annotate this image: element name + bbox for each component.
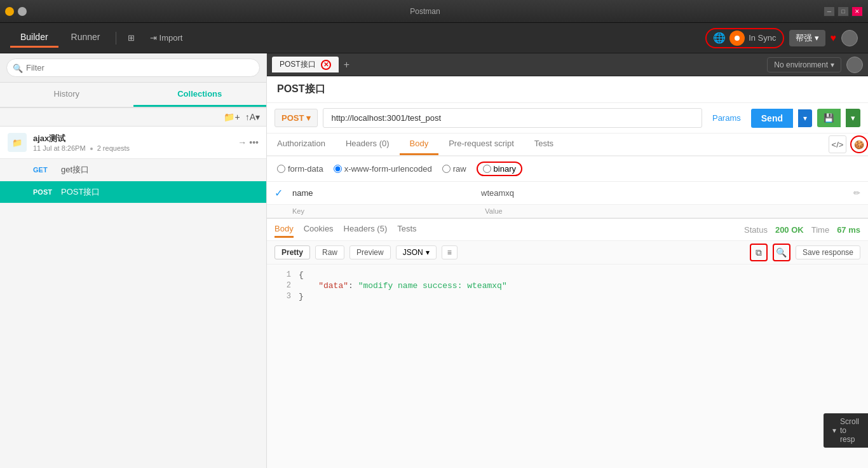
body-options: form-data x-www-form-urlencoded raw bina…	[267, 156, 868, 182]
request-tab-post[interactable]: POST接口 ✕	[272, 57, 339, 72]
new-window-icon: ⊞	[128, 33, 135, 43]
new-tab-plus-btn[interactable]: +	[344, 59, 349, 71]
tab-close-btn[interactable]: ✕	[321, 60, 331, 70]
params-btn[interactable]: Params	[707, 113, 746, 123]
win-maximize[interactable]: □	[837, 6, 849, 17]
env-area: No environment ▾	[767, 57, 863, 73]
no-environment-select[interactable]: No environment ▾	[767, 57, 841, 72]
sort-btn[interactable]: ↑A▾	[245, 112, 260, 122]
code-line-2: 2 "data": "modify name success: wteamxq"	[267, 280, 868, 291]
window-title: Postman	[410, 7, 440, 16]
tab-collections[interactable]: Collections	[133, 83, 267, 107]
tab-headers[interactable]: Headers (0)	[336, 134, 400, 155]
right-panel: POST接口 ✕ + No environment ▾ POST接口	[267, 53, 868, 468]
tab-prerequest[interactable]: Pre-request script	[438, 134, 524, 155]
raw-btn[interactable]: Raw	[315, 245, 344, 259]
row-value: wteamxq	[481, 188, 848, 198]
table-row: ✓ name wteamxq ✏	[267, 182, 868, 205]
method-badge-post: POST	[33, 188, 56, 196]
chevron-down-icon: ▾	[426, 248, 430, 257]
response-status: Status 200 OK Time 67 ms	[744, 225, 860, 235]
chevron-down-icon: ▾	[306, 113, 311, 123]
preview-btn[interactable]: Preview	[349, 245, 391, 259]
request-item-post[interactable]: POST POST接口	[0, 181, 266, 203]
nav-divider	[116, 32, 116, 45]
method-badge-get: GET	[33, 166, 56, 174]
new-collection-btn[interactable]: 📁+	[224, 112, 240, 122]
sidebar-search-area: 🔍	[0, 53, 266, 83]
resp-tab-cookies[interactable]: Cookies	[304, 221, 334, 238]
tab-body[interactable]: Body	[400, 134, 439, 155]
request-name-get: get接口	[61, 164, 89, 176]
window-dot-orange	[5, 7, 14, 16]
meta-separator	[90, 148, 93, 150]
code-viewer: 1 { 2 "data": "modify name success: wtea…	[267, 265, 868, 468]
import-btn[interactable]: ⇥ Import	[144, 31, 189, 45]
response-area: Body Cookies Headers (5) Tests Status 20…	[267, 218, 868, 468]
url-input[interactable]	[323, 108, 702, 128]
send-dropdown-btn[interactable]: ▾	[798, 109, 812, 127]
expand-btn[interactable]: →	[238, 137, 247, 148]
radio-raw[interactable]: raw	[442, 164, 466, 174]
user-avatar-small	[846, 57, 863, 73]
new-tab-btn[interactable]: ⊞	[121, 31, 141, 45]
save-response-btn[interactable]: Save response	[796, 245, 860, 259]
response-tabs-bar: Body Cookies Headers (5) Tests Status 20…	[267, 219, 868, 241]
window-dot-gray	[18, 7, 27, 16]
resp-tab-tests[interactable]: Tests	[397, 221, 416, 238]
more-btn[interactable]: •••	[249, 137, 259, 148]
sync-status-dot	[729, 31, 745, 46]
user-badge[interactable]: 帮强 ▾	[789, 30, 825, 46]
main-layout: 🔍 History Collections 📁+ ↑A▾ 📁 ajax测试 11…	[0, 53, 868, 468]
kv-header: Key Value	[267, 205, 868, 218]
request-item-get[interactable]: GET get接口	[0, 159, 266, 181]
resp-tab-body[interactable]: Body	[275, 221, 294, 238]
avatar[interactable]	[841, 30, 858, 46]
cookie-btn[interactable]: 🍪	[850, 135, 868, 153]
line-content-2: "data": "modify name success: wteamxq"	[299, 281, 507, 291]
tab-runner[interactable]: Runner	[61, 28, 111, 48]
radio-formdata[interactable]: form-data	[277, 164, 323, 174]
sub-tab-bar-right: </> 🍪	[829, 134, 868, 155]
search-input[interactable]	[6, 59, 260, 77]
row-check[interactable]: ✓	[275, 187, 287, 199]
col-header-value: Value	[485, 207, 860, 215]
format-select[interactable]: JSON ▾	[396, 245, 437, 259]
save-btn[interactable]: 💾	[817, 109, 841, 127]
collection-meta: 11 Jul at 8:26PM 2 requests	[33, 144, 238, 152]
pretty-btn[interactable]: Pretty	[275, 245, 310, 259]
col-header-key: Key	[292, 207, 480, 215]
code-view-btn[interactable]: </>	[829, 135, 846, 153]
radio-urlencoded[interactable]: x-www-form-urlencoded	[334, 164, 432, 174]
tab-tests[interactable]: Tests	[524, 134, 564, 155]
win-close[interactable]: ✕	[851, 6, 863, 17]
scroll-to-response-btn[interactable]: ▾ Scroll to resp	[824, 413, 868, 448]
search-response-btn[interactable]: 🔍	[773, 244, 790, 261]
line-content-3: }	[299, 292, 304, 301]
request-title: POST接口	[267, 76, 868, 103]
collection-name: ajax测试	[33, 133, 238, 144]
collection-item[interactable]: 📁 ajax测试 11 Jul at 8:26PM 2 requests → •…	[0, 127, 266, 159]
copy-response-btn[interactable]: ⧉	[750, 244, 768, 261]
sync-text: In Sync	[749, 33, 776, 43]
folder-icon: 📁	[12, 138, 22, 148]
wrap-btn[interactable]: ≡	[442, 245, 458, 259]
tab-authorization[interactable]: Authorization	[267, 134, 336, 155]
sidebar-toolbar: 📁+ ↑A▾	[0, 108, 266, 127]
line-num-3: 3	[272, 292, 291, 301]
request-area: POST接口 POST ▾ Params Send ▾ 💾 ▾ Aut	[267, 76, 868, 468]
win-buttons: ─ □ ✕	[824, 6, 863, 17]
radio-binary[interactable]	[483, 165, 491, 173]
tab-builder[interactable]: Builder	[10, 28, 58, 48]
radio-binary-wrap: binary	[477, 162, 522, 176]
save-dropdown-btn[interactable]: ▾	[846, 109, 860, 127]
tab-history[interactable]: History	[0, 83, 133, 107]
sidebar-tabs: History Collections	[0, 83, 266, 108]
row-edit-icon[interactable]: ✏	[853, 188, 860, 198]
method-select[interactable]: POST ▾	[275, 109, 318, 127]
chevron-down-icon: ▾	[831, 60, 834, 69]
win-minimize[interactable]: ─	[824, 6, 835, 17]
send-button[interactable]: Send	[751, 109, 793, 128]
resp-tab-headers[interactable]: Headers (5)	[344, 221, 388, 238]
sidebar: 🔍 History Collections 📁+ ↑A▾ 📁 ajax测试 11…	[0, 53, 267, 468]
